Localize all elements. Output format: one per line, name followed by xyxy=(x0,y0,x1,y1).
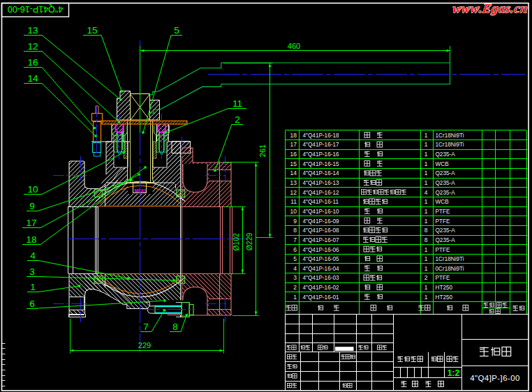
svg-text:1Cr18Ni9Ti: 1Cr18Ni9Ti xyxy=(436,142,464,148)
svg-text:5: 5 xyxy=(293,255,297,262)
svg-text:1: 1 xyxy=(424,132,428,139)
svg-text:4"Q41P-16-08: 4"Q41P-16-08 xyxy=(303,227,340,234)
svg-text:1: 1 xyxy=(293,294,297,301)
svg-text:4"Q41P-16-10: 4"Q41P-16-10 xyxy=(303,209,340,215)
svg-text:18: 18 xyxy=(290,132,297,139)
svg-text:4"Q41P-16-05: 4"Q41P-16-05 xyxy=(303,256,340,262)
svg-text:Q235-A: Q235-A xyxy=(436,237,456,243)
svg-text:4"Q41P-16-13: 4"Q41P-16-13 xyxy=(303,180,340,186)
svg-text:WCB: WCB xyxy=(436,199,450,205)
svg-text:14: 14 xyxy=(290,169,297,176)
svg-text:6: 6 xyxy=(293,246,297,253)
svg-text:6: 6 xyxy=(29,299,35,309)
svg-text:5: 5 xyxy=(174,25,179,36)
svg-text:1: 1 xyxy=(424,198,428,205)
svg-text:1: 1 xyxy=(424,179,428,186)
svg-text:0Cr18Ni9Ti: 0Cr18Ni9Ti xyxy=(436,266,464,272)
svg-text:10: 10 xyxy=(27,184,38,195)
svg-text:16: 16 xyxy=(290,151,297,158)
svg-text:17: 17 xyxy=(26,218,36,228)
svg-text:2: 2 xyxy=(293,284,297,291)
svg-text:4"Q41P-16-03: 4"Q41P-16-03 xyxy=(303,275,340,281)
svg-text:4"Q41P-16-07: 4"Q41P-16-07 xyxy=(303,237,340,243)
svg-text:229: 229 xyxy=(138,341,151,349)
svg-text:8: 8 xyxy=(424,227,428,234)
svg-text:18: 18 xyxy=(26,234,36,245)
svg-text:4"Q41P-16-15: 4"Q41P-16-15 xyxy=(303,161,340,167)
svg-text:1: 1 xyxy=(424,246,428,253)
svg-text:Ø229: Ø229 xyxy=(245,232,253,250)
svg-text:12: 12 xyxy=(290,189,297,196)
svg-text:10: 10 xyxy=(290,208,297,215)
svg-text:11: 11 xyxy=(290,198,297,205)
svg-text:2: 2 xyxy=(424,274,428,281)
svg-text:1: 1 xyxy=(424,169,428,176)
svg-text:Q235-A: Q235-A xyxy=(436,180,456,186)
svg-text:17: 17 xyxy=(290,141,297,148)
svg-text:7: 7 xyxy=(143,322,149,332)
svg-text:15: 15 xyxy=(87,25,97,36)
svg-text:4: 4 xyxy=(30,250,36,261)
svg-text:PTFE: PTFE xyxy=(436,218,450,225)
svg-text:1: 1 xyxy=(424,265,428,272)
svg-text:1:2: 1:2 xyxy=(448,368,460,378)
svg-text:1: 1 xyxy=(30,282,36,292)
svg-text:4"Q41P-16-04: 4"Q41P-16-04 xyxy=(303,266,340,272)
svg-text:13: 13 xyxy=(27,25,38,36)
svg-text:1Cr18Ni9Ti: 1Cr18Ni9Ti xyxy=(436,256,464,262)
svg-text:4"Q4]P-]6-00: 4"Q4]P-]6-00 xyxy=(470,374,520,382)
svg-text:1: 1 xyxy=(424,218,428,225)
svg-text:www.Egas.cn: www.Egas.cn xyxy=(452,1,529,15)
svg-text:15: 15 xyxy=(290,160,297,167)
svg-text:1: 1 xyxy=(424,284,428,291)
svg-text:4"Q41P-16-00: 4"Q41P-16-00 xyxy=(8,4,64,14)
svg-text:4"Q41P-16-11: 4"Q41P-16-11 xyxy=(303,199,339,205)
svg-text:4"Q41P-16-12: 4"Q41P-16-12 xyxy=(303,190,340,196)
svg-text:4"Q41P-16-09: 4"Q41P-16-09 xyxy=(303,218,340,225)
svg-text:1: 1 xyxy=(424,141,428,148)
svg-text:4"Q41P-16-17: 4"Q41P-16-17 xyxy=(303,142,340,148)
svg-text:8: 8 xyxy=(293,227,297,234)
svg-text:1: 1 xyxy=(424,208,428,215)
svg-text:1: 1 xyxy=(424,294,428,301)
svg-text:WCB: WCB xyxy=(436,161,450,167)
svg-text:Q235-A: Q235-A xyxy=(436,151,456,158)
svg-text:2: 2 xyxy=(235,114,240,125)
svg-text:PTFE: PTFE xyxy=(436,209,450,215)
svg-text:9: 9 xyxy=(29,201,35,211)
svg-text:M8X1: M8X1 xyxy=(135,188,147,193)
svg-text:261: 261 xyxy=(258,144,267,157)
svg-text:4: 4 xyxy=(293,265,297,272)
svg-text:Ø102: Ø102 xyxy=(232,233,240,251)
svg-text:4"Q41P-16-16: 4"Q41P-16-16 xyxy=(303,151,340,158)
svg-text:1: 1 xyxy=(424,160,428,167)
svg-text:9: 9 xyxy=(293,218,297,225)
svg-text:4: 4 xyxy=(424,189,428,196)
svg-text:4"Q41P-16-14: 4"Q41P-16-14 xyxy=(303,170,340,176)
svg-text:12: 12 xyxy=(27,41,38,52)
svg-text:4"Q41P-16-18: 4"Q41P-16-18 xyxy=(303,133,340,139)
svg-text:Q235-A: Q235-A xyxy=(436,227,456,234)
svg-text:13: 13 xyxy=(290,179,297,186)
svg-text:PTFE: PTFE xyxy=(436,247,450,253)
svg-text:8: 8 xyxy=(172,322,178,332)
svg-text:7: 7 xyxy=(293,236,297,243)
svg-text:1Cr18Ni9Ti: 1Cr18Ni9Ti xyxy=(436,133,464,139)
svg-text:PTFE: PTFE xyxy=(436,275,450,281)
svg-text:3: 3 xyxy=(293,274,297,281)
svg-text:3: 3 xyxy=(29,266,35,277)
svg-text:4"Q41P-16-01: 4"Q41P-16-01 xyxy=(303,294,340,301)
svg-text:14: 14 xyxy=(27,73,38,84)
svg-text:Q235-A: Q235-A xyxy=(436,170,456,176)
svg-text:1: 1 xyxy=(424,151,428,158)
svg-text:16: 16 xyxy=(27,57,38,68)
svg-text:1: 1 xyxy=(424,255,428,262)
svg-text:8: 8 xyxy=(424,236,428,243)
svg-text:HT250: HT250 xyxy=(436,285,453,291)
svg-text:Q235-A: Q235-A xyxy=(436,190,456,196)
svg-text:11: 11 xyxy=(232,98,242,109)
svg-text:HT250: HT250 xyxy=(436,294,453,301)
svg-text:460: 460 xyxy=(288,42,300,50)
svg-text:4"Q41P-16-06: 4"Q41P-16-06 xyxy=(303,247,340,253)
svg-text:4"Q41P-16-02: 4"Q41P-16-02 xyxy=(303,285,340,291)
